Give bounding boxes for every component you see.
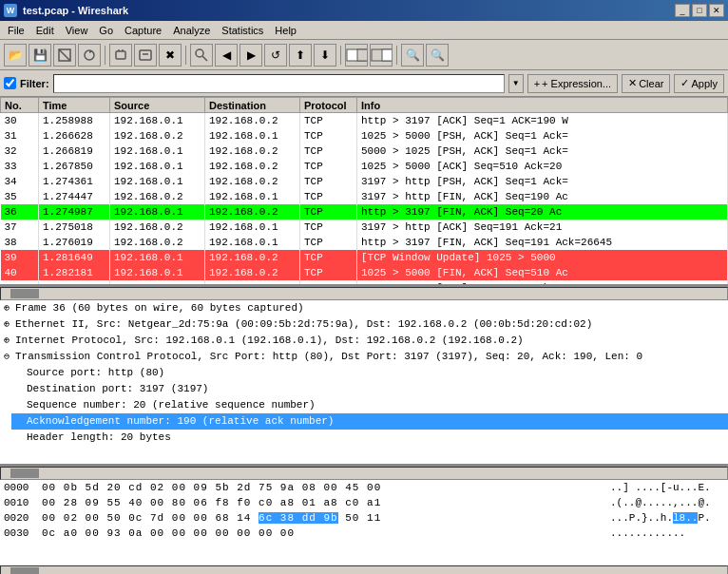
hex-bytes: 00 02 00 50 0c 7d 00 00 68 14 6c 38 dd 9… [42, 511, 610, 525]
table-row[interactable]: 301.258988192.168.0.1192.168.0.2TCPhttp … [1, 113, 728, 128]
table-cell: 1.276019 [39, 235, 110, 250]
table-row[interactable]: 411.282225192.168.0.1192.168.0.2TCP5000 … [1, 280, 728, 285]
table-cell: TCP [300, 189, 357, 204]
hex-row[interactable]: 001000 28 09 55 40 00 80 06 f8 f0 c0 a8 … [0, 495, 728, 510]
menu-go[interactable]: Go [93, 23, 119, 38]
col-proto[interactable]: Protocol [300, 98, 357, 113]
detail-tcp-src-port[interactable]: Source port: http (80) [11, 365, 728, 381]
menu-bar: File Edit View Go Capture Analyze Statis… [0, 21, 728, 40]
table-cell: 192.168.0.1 [110, 265, 205, 280]
table-row[interactable]: 361.274987192.168.0.1192.168.0.2TCPhttp … [1, 204, 728, 220]
toolbar-zoom-out[interactable]: 🔍 [426, 44, 449, 67]
detail-tcp-ack[interactable]: Acknowledgement number: 190 (relative ac… [11, 413, 728, 430]
col-info[interactable]: Info [357, 98, 728, 113]
table-row[interactable]: 381.276019192.168.0.2192.168.0.1TCPhttp … [1, 235, 728, 250]
toolbar-save[interactable]: 💾 [29, 44, 51, 67]
expand-ethernet-icon[interactable]: ⊕ [4, 317, 15, 332]
table-row[interactable]: 331.267850192.168.0.1192.168.0.2TCP1025 … [1, 159, 728, 174]
col-time[interactable]: Time [39, 98, 110, 113]
packet-list-panel: No. Time Source Destination Protocol Inf… [0, 97, 728, 287]
detail-ip[interactable]: ⊕ Internet Protocol, Src: 192.168.0.1 (1… [0, 333, 728, 349]
table-row[interactable]: 341.274361192.168.0.1192.168.0.2TCP3197 … [1, 174, 728, 189]
toolbar-close[interactable] [53, 44, 76, 67]
hex-panel[interactable]: 000000 0b 5d 20 cd 02 00 09 5b 2d 75 9a … [0, 480, 728, 565]
table-cell: 192.168.0.1 [205, 235, 300, 250]
packet-list-hscroll[interactable] [0, 287, 728, 300]
toolbar-capture-options[interactable] [134, 44, 157, 67]
table-cell: 192.168.0.1 [110, 144, 205, 159]
detail-tcp-dst-port[interactable]: Destination port: 3197 (3197) [11, 381, 728, 397]
toolbar-color2[interactable] [370, 44, 393, 67]
table-cell: 192.168.0.2 [205, 159, 300, 174]
toolbar-first[interactable]: ⬆ [289, 44, 312, 67]
table-cell: 192.168.0.1 [205, 189, 300, 204]
table-row[interactable]: 391.281649192.168.0.1192.168.0.2TCP[TCP … [1, 250, 728, 265]
minimize-button[interactable]: _ [675, 4, 690, 17]
menu-statistics[interactable]: Statistics [216, 23, 269, 38]
col-source[interactable]: Source [110, 98, 205, 113]
clear-button[interactable]: ✕ Clear [622, 74, 670, 93]
apply-button[interactable]: ✓ Apply [674, 74, 724, 93]
toolbar-find[interactable] [190, 44, 213, 67]
title-bar: W test.pcap - Wireshark _ □ ✕ [0, 0, 728, 21]
table-cell: 30 [1, 113, 39, 128]
table-cell: 192.168.0.2 [205, 204, 300, 220]
col-no[interactable]: No. [1, 98, 39, 113]
table-cell: TCP [300, 113, 357, 128]
menu-file[interactable]: File [2, 23, 30, 38]
menu-help[interactable]: Help [269, 23, 302, 38]
table-cell: 1.282181 [39, 265, 110, 280]
packet-detail-panel[interactable]: ⊕ Frame 36 (60 bytes on wire, 60 bytes c… [0, 300, 728, 467]
col-dest[interactable]: Destination [205, 98, 300, 113]
table-row[interactable]: 351.274447192.168.0.2192.168.0.1TCP3197 … [1, 189, 728, 204]
table-row[interactable]: 401.282181192.168.0.1192.168.0.2TCP1025 … [1, 265, 728, 280]
filter-dropdown-btn[interactable]: ▼ [508, 74, 524, 93]
detail-frame[interactable]: ⊕ Frame 36 (60 bytes on wire, 60 bytes c… [0, 300, 728, 316]
menu-view[interactable]: View [60, 23, 94, 38]
filter-input[interactable] [53, 74, 505, 93]
expand-ip-icon[interactable]: ⊕ [4, 334, 15, 348]
toolbar-go-back[interactable]: ◀ [215, 44, 238, 67]
table-row[interactable]: 371.275018192.168.0.2192.168.0.1TCP3197 … [1, 220, 728, 235]
table-cell: 35 [1, 189, 39, 204]
hex-hscroll[interactable] [0, 565, 728, 574]
toolbar-reload[interactable] [78, 44, 101, 67]
packet-list-scroll[interactable]: No. Time Source Destination Protocol Inf… [0, 97, 728, 284]
toolbar: 📂 💾 ✖ ◀ ▶ ↺ ⬆ ⬇ 🔍 🔍 [0, 40, 728, 70]
toolbar-zoom-in[interactable]: 🔍 [401, 44, 424, 67]
filter-checkbox[interactable] [4, 77, 16, 89]
packet-detail-hscroll[interactable] [0, 467, 728, 480]
table-cell: http > 3197 [ACK] Seq=1 ACK=190 W [357, 113, 728, 128]
detail-tcp-hdr-len[interactable]: Header length: 20 bytes [11, 430, 728, 446]
table-row[interactable]: 311.266628192.168.0.2192.168.0.1TCP1025 … [1, 128, 728, 144]
menu-edit[interactable]: Edit [30, 23, 60, 38]
table-row[interactable]: 321.266819192.168.0.1192.168.0.2TCP5000 … [1, 144, 728, 159]
window-title: test.pcap - Wireshark [23, 5, 128, 16]
expression-label: + Expression... [542, 78, 611, 89]
menu-capture[interactable]: Capture [119, 23, 167, 38]
hex-row[interactable]: 002000 02 00 50 0c 7d 00 00 68 14 6c 38 … [0, 510, 728, 526]
table-cell: 3197 > http [PSH, ACK] Seq=1 Ack= [357, 174, 728, 189]
table-cell: 1.267850 [39, 159, 110, 174]
detail-tcp-seq[interactable]: Sequence number: 20 (relative sequence n… [11, 397, 728, 413]
toolbar-color1[interactable] [345, 44, 368, 67]
menu-analyze[interactable]: Analyze [167, 23, 216, 38]
hex-row[interactable]: 000000 0b 5d 20 cd 02 00 09 5b 2d 75 9a … [0, 480, 728, 495]
toolbar-jump[interactable]: ↺ [264, 44, 287, 67]
table-cell: 192.168.0.2 [110, 235, 205, 250]
expression-plus-icon: + [534, 78, 540, 89]
maximize-button[interactable]: □ [692, 4, 707, 17]
expand-frame-icon[interactable]: ⊕ [4, 301, 15, 316]
toolbar-open[interactable]: 📂 [4, 44, 27, 67]
expression-button[interactable]: + + Expression... [527, 74, 619, 93]
hex-row[interactable]: 00300c a0 00 93 0a 00 00 00 00 00 00 00.… [0, 526, 728, 541]
toolbar-capture-interfaces[interactable] [109, 44, 132, 67]
table-cell: 34 [1, 174, 39, 189]
toolbar-go-forward[interactable]: ▶ [239, 44, 262, 67]
detail-ethernet[interactable]: ⊕ Ethernet II, Src: Netgear_2d:75:9a (00… [0, 316, 728, 333]
toolbar-stop[interactable]: ✖ [159, 44, 182, 67]
toolbar-last[interactable]: ⬇ [314, 44, 336, 67]
detail-tcp[interactable]: ⊖ Transmission Control Protocol, Src Por… [0, 349, 728, 365]
expand-tcp-icon[interactable]: ⊖ [4, 350, 15, 364]
close-button[interactable]: ✕ [709, 4, 724, 17]
